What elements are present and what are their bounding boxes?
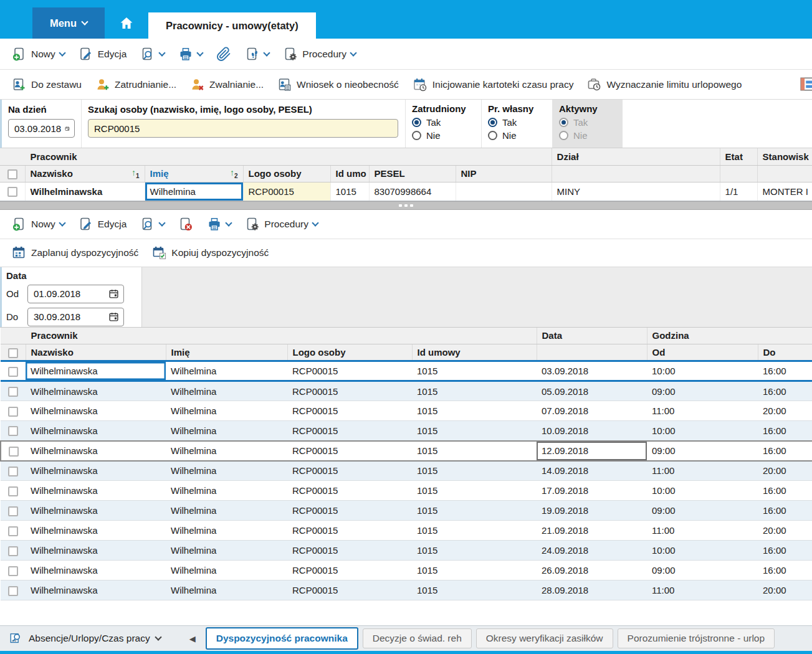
cell-imie[interactable]: Wilhelmina <box>166 401 287 421</box>
cell-data[interactable]: 07.09.2018 <box>537 401 647 421</box>
select-all-checkbox[interactable] <box>7 169 17 179</box>
row-checkbox[interactable] <box>9 447 19 457</box>
cell-nazwisko[interactable]: Wilhelminawska <box>26 361 166 381</box>
zatrudniony-tak-option[interactable]: Tak <box>412 116 475 129</box>
procedures-button[interactable]: Procedury <box>238 210 325 239</box>
table-row[interactable]: Wilhelminawska Wilhelmina RCP00015 1015 … <box>1 401 812 421</box>
select-all-checkbox[interactable] <box>8 348 18 358</box>
cell-logo-osoby[interactable]: RCP00015 <box>243 182 330 201</box>
cell-godzina-do[interactable]: 16:00 <box>758 561 812 581</box>
cell-data[interactable]: 12.09.2018 <box>537 441 647 461</box>
cell-godzina-od[interactable]: 09:00 <box>647 501 758 521</box>
row-checkbox-cell[interactable] <box>1 581 26 600</box>
cell-logo-osoby[interactable]: RCP00015 <box>287 421 412 441</box>
row-checkbox[interactable] <box>8 387 18 397</box>
cell-id-umowy[interactable]: 1015 <box>412 481 537 501</box>
row-checkbox-cell[interactable] <box>1 401 26 421</box>
cell-imie[interactable]: Wilhelmina <box>166 381 287 401</box>
collapse-tabs-button[interactable]: ◀ <box>189 634 196 643</box>
edit-button[interactable]: Edycja <box>72 210 134 239</box>
row-checkbox[interactable] <box>8 566 18 576</box>
print-button[interactable] <box>200 210 238 239</box>
row-checkbox[interactable] <box>8 526 18 536</box>
tab-dyspozycyjnosc-pracownika[interactable]: Dyspozycyjność pracownika <box>206 627 358 650</box>
table-row[interactable]: Wilhelminawska Wilhelmina RCP00015 1015 … <box>1 441 812 461</box>
cell-godzina-od[interactable]: 10:00 <box>647 541 758 561</box>
cell-godzina-do[interactable]: 20:00 <box>758 461 812 481</box>
cell-imie[interactable]: Wilhelmina <box>166 561 287 581</box>
cell-godzina-do[interactable]: 20:00 <box>758 401 812 421</box>
row-checkbox-cell[interactable] <box>1 501 26 521</box>
table-row[interactable]: Wilhelminawska Wilhelmina RCP00015 1015 … <box>1 541 812 561</box>
table-row[interactable]: Wilhelminawska Wilhelmina RCP00015 1015 … <box>1 421 812 441</box>
column-header-imie[interactable]: Imię↑2 <box>145 165 243 182</box>
grid-tool-button[interactable] <box>799 76 812 94</box>
cell-data[interactable]: 10.09.2018 <box>537 421 647 441</box>
row-checkbox-cell[interactable] <box>0 182 25 201</box>
new-button[interactable]: Nowy <box>5 39 72 69</box>
cell-godzina-od[interactable]: 11:00 <box>647 581 758 600</box>
footsteps-button[interactable] <box>238 39 276 69</box>
cell-data[interactable]: 19.09.2018 <box>537 501 647 521</box>
cell-godzina-od[interactable]: 11:00 <box>647 461 758 481</box>
search-input[interactable]: RCP00015 <box>88 119 398 138</box>
pr-wlasny-nie-option[interactable]: Nie <box>488 129 546 142</box>
column-header-nazwisko[interactable]: Nazwisko <box>26 344 166 361</box>
section-selector[interactable]: Absencje/Urlopy/Czas pracy <box>9 632 161 645</box>
cell-godzina-do[interactable]: 16:00 <box>758 441 812 461</box>
search-button[interactable] <box>133 210 171 239</box>
cell-logo-osoby[interactable]: RCP00015 <box>287 561 412 581</box>
cell-imie[interactable]: Wilhelmina <box>166 361 287 381</box>
cell-godzina-do[interactable]: 16:00 <box>758 541 812 561</box>
cell-id-umowy[interactable]: 1015 <box>412 501 537 521</box>
table-row[interactable]: Wilhelminawska Wilhelmina RCP00015 1015 … <box>1 481 812 501</box>
print-button[interactable] <box>171 39 209 69</box>
cell-godzina-do[interactable]: 16:00 <box>758 381 812 401</box>
fire-button[interactable]: Zwalnianie... <box>183 70 270 99</box>
cell-godzina-do[interactable]: 16:00 <box>758 481 812 501</box>
cell-logo-osoby[interactable]: RCP00015 <box>287 481 412 501</box>
date-to-input[interactable]: 30.09.2018 <box>27 308 124 326</box>
cell-nazwisko[interactable]: Wilhelminawska <box>26 441 166 461</box>
column-header-data[interactable]: Data <box>537 328 647 344</box>
cell-godzina-od[interactable]: 11:00 <box>647 401 758 421</box>
cell-imie[interactable]: Wilhelmina <box>166 481 287 501</box>
column-header-etat[interactable]: Etat <box>720 148 757 165</box>
cell-imie[interactable]: Wilhelmina <box>166 521 287 541</box>
table-row[interactable]: Wilhelminawska Wilhelmina RCP00015 1015 … <box>1 361 812 381</box>
row-checkbox[interactable] <box>7 187 17 197</box>
table-row[interactable]: Wilhelminawska Wilhelmina RCP00015 1015 … <box>1 581 812 600</box>
cell-id-umowy[interactable]: 1015 <box>412 441 537 461</box>
column-header-id-umowy[interactable]: Id umo <box>330 165 369 182</box>
row-checkbox[interactable] <box>8 506 18 516</box>
cell-data[interactable]: 05.09.2018 <box>537 381 647 401</box>
cell-nazwisko[interactable]: Wilhelminawska <box>26 561 166 581</box>
cell-nazwisko[interactable]: Wilhelminawska <box>26 401 166 421</box>
column-header-imie[interactable]: Imię <box>166 344 287 361</box>
table-row[interactable]: Wilhelminawska Wilhelmina RCP00015 1015 … <box>1 561 812 581</box>
menu-button[interactable]: Menu <box>32 7 105 39</box>
cell-data[interactable]: 26.09.2018 <box>537 561 647 581</box>
cell-id-umowy[interactable]: 1015 <box>412 581 537 600</box>
row-checkbox[interactable] <box>8 426 18 436</box>
cell-godzina-do[interactable]: 16:00 <box>758 421 812 441</box>
column-header-nazwisko[interactable]: Nazwisko↑1 <box>25 165 145 182</box>
new-button[interactable]: Nowy <box>5 210 72 239</box>
cell-nazwisko[interactable]: Wilhelminawska <box>26 501 166 521</box>
column-header-dzial[interactable]: Dział <box>552 148 720 165</box>
column-header-logo-osoby[interactable]: Logo osoby <box>287 344 412 361</box>
table-row[interactable]: Wilhelminawska Wilhelmina RCP00015 1015 … <box>1 461 812 481</box>
row-checkbox-cell[interactable] <box>1 481 26 501</box>
cell-godzina-od[interactable]: 11:00 <box>647 521 758 541</box>
cell-data[interactable]: 24.09.2018 <box>537 541 647 561</box>
row-checkbox[interactable] <box>8 467 18 476</box>
cell-logo-osoby[interactable]: RCP00015 <box>287 441 412 461</box>
column-header-id-umowy[interactable]: Id umowy <box>412 344 537 361</box>
cell-imie[interactable]: Wilhelmina <box>166 501 287 521</box>
row-checkbox[interactable] <box>8 407 18 417</box>
row-checkbox-cell[interactable] <box>1 441 26 461</box>
row-checkbox-cell[interactable] <box>1 361 26 381</box>
table-row[interactable]: Wilhelminawska Wilhelmina RCP00015 1015 … <box>1 521 812 541</box>
row-checkbox-cell[interactable] <box>1 561 26 581</box>
cell-nazwisko[interactable]: Wilhelminawska <box>25 182 145 201</box>
